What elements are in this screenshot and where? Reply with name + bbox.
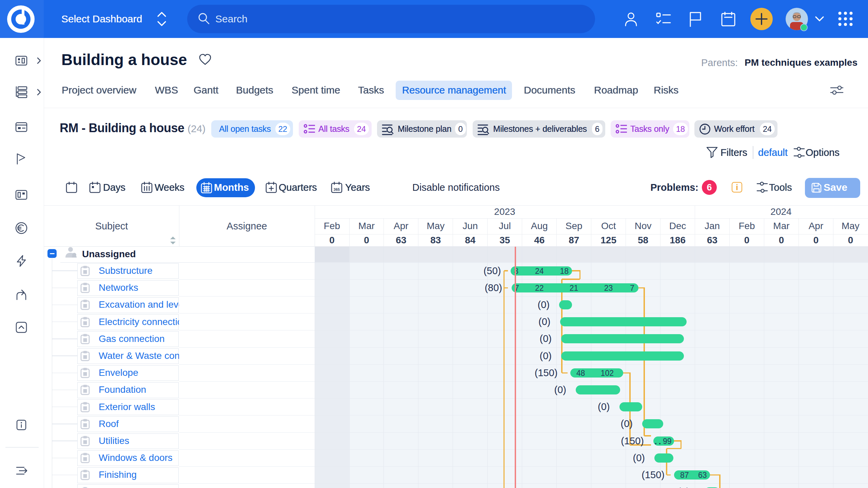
svg-text:365: 365 <box>334 187 340 191</box>
